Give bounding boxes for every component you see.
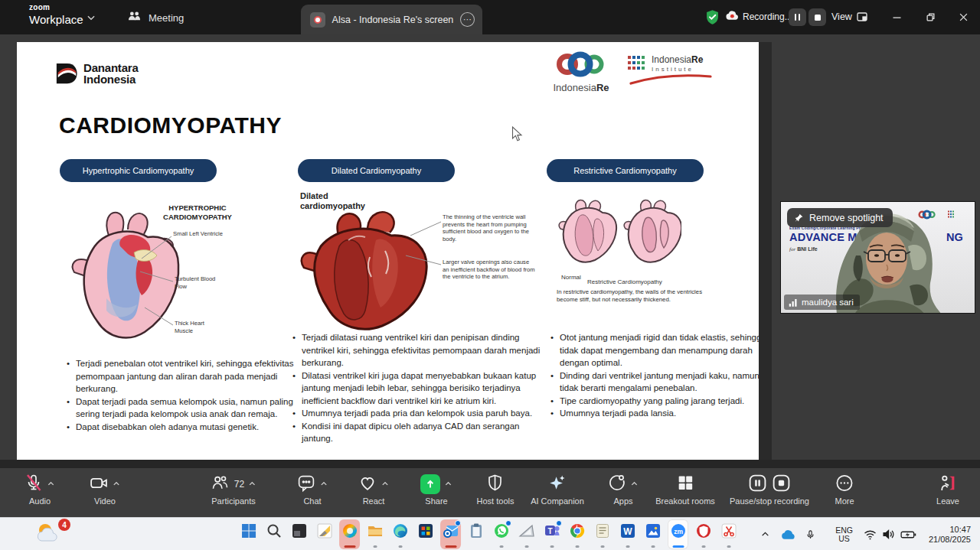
window-close-button[interactable] — [952, 6, 975, 28]
tray-microphone-icon[interactable] — [805, 529, 815, 541]
speaker-icon[interactable] — [882, 529, 895, 540]
institute-swoosh-icon — [628, 74, 714, 85]
taskbar-icon-zoom[interactable]: zm — [668, 519, 688, 549]
pause-recording-icon[interactable] — [748, 474, 767, 496]
taskbar-icon-microsoft-365[interactable] — [415, 519, 436, 549]
institute-text: Indonesia — [652, 54, 691, 65]
taskbar-weather-widget[interactable]: 4 — [35, 521, 69, 548]
stop-recording-icon[interactable] — [772, 474, 791, 496]
svg-text:zm: zm — [674, 528, 683, 535]
institute-subtext: Institute — [652, 66, 703, 73]
pause-stop-recording-button[interactable]: Pause/stop recording — [730, 474, 809, 506]
taskbar-icon-search[interactable] — [263, 519, 284, 549]
workspace-chevron-down-icon[interactable] — [86, 12, 96, 23]
view-button-label[interactable]: View — [831, 11, 852, 22]
remote-cursor — [511, 126, 523, 142]
apps-chevron-icon[interactable] — [630, 477, 639, 486]
bullet-item: Tipe cardiomyopathy yang paling jarang t… — [549, 395, 768, 408]
label-turbulent-blood-flow: Turbulent Blood Flow — [175, 275, 224, 290]
taskbar-icon-word[interactable]: W — [617, 519, 638, 549]
ai-companion-button[interactable]: AI Companion — [531, 474, 584, 506]
security-shield-icon[interactable] — [704, 9, 720, 25]
taskbar-icon-notes[interactable] — [592, 519, 612, 549]
pin-icon — [794, 213, 804, 223]
tab-options-ellipsis-icon[interactable]: ⋯ — [460, 12, 475, 27]
audio-label: Audio — [29, 496, 51, 506]
view-layout-icon[interactable] — [856, 11, 868, 23]
institute-text-bold: Re — [691, 54, 703, 65]
taskbar-clock[interactable]: 10:47 21/08/2025 — [929, 525, 971, 545]
zoom-meeting-window: zoom Workplace Meeting Alsa - Indonesia … — [0, 0, 980, 550]
taskbar-icon-teams[interactable]: T — [541, 519, 562, 549]
host-tools-button[interactable]: Host tools — [477, 474, 514, 506]
more-button[interactable]: More — [835, 474, 854, 506]
taskbar-icon-copilot[interactable] — [339, 519, 360, 549]
leave-button[interactable]: Leave — [936, 474, 959, 506]
react-label: React — [363, 496, 385, 506]
onedrive-icon[interactable] — [781, 529, 796, 540]
window-restore-button[interactable] — [919, 6, 942, 28]
participants-button[interactable]: 72 Participants — [211, 474, 256, 506]
breakout-rooms-button[interactable]: Breakout rooms — [655, 474, 715, 506]
restrictive-caption: In restrictive cardiomyopathy, the walls… — [557, 288, 704, 304]
apps-button[interactable]: Apps — [608, 474, 639, 506]
bullet-item: Terjadi penebalan otot ventrikel kiri, s… — [65, 357, 296, 395]
apps-label: Apps — [613, 496, 632, 506]
react-button[interactable]: React — [358, 474, 390, 506]
institute-dots-icon — [628, 55, 646, 73]
taskbar-icon-snip-sketch[interactable] — [718, 519, 739, 549]
chat-chevron-icon[interactable] — [320, 477, 328, 486]
react-chevron-icon[interactable] — [381, 477, 390, 486]
pause-recording-button[interactable] — [789, 8, 806, 26]
taskbar-icon-snipping-tool[interactable] — [516, 519, 537, 549]
stop-recording-button[interactable] — [808, 8, 826, 26]
participant-video-tile[interactable]: Exam Coding/Corporate Learning Program A… — [780, 201, 975, 314]
language-indicator[interactable]: ENG US — [835, 526, 853, 543]
wifi-icon[interactable] — [864, 529, 877, 540]
taskbar-icon-outlook[interactable] — [440, 519, 461, 549]
battery-icon[interactable] — [900, 529, 916, 540]
shared-screen-stage: Danantara Indonesia IndonesiaRe — [0, 34, 980, 468]
restrictive-bullets: Otot jantung menjadi rigid dan tidak ela… — [549, 331, 768, 420]
audio-options-chevron-icon[interactable] — [47, 477, 55, 486]
taskbar-icon-dark-app[interactable] — [289, 519, 309, 549]
clock-date: 21/08/2025 — [929, 535, 971, 545]
outlook-notification-dot — [455, 520, 461, 526]
taskbar-icon-chrome[interactable] — [567, 519, 587, 549]
tab-shared-screen[interactable]: Alsa - Indonesia Re's screen ⋯ — [301, 5, 482, 34]
taskbar-icon-clipboard[interactable] — [466, 519, 486, 549]
taskbar-icon-photos[interactable] — [642, 519, 663, 549]
titlebar: zoom Workplace Meeting Alsa - Indonesia … — [0, 0, 980, 34]
audio-button[interactable]: Audio — [24, 474, 55, 506]
chat-label: Chat — [303, 496, 321, 506]
participants-chevron-icon[interactable] — [248, 477, 256, 486]
taskbar-icon-whatsapp[interactable] — [491, 519, 511, 549]
label-normal: Normal — [561, 274, 581, 281]
apps-icon — [608, 474, 626, 495]
host-tools-label: Host tools — [477, 496, 514, 506]
share-screen-icon — [420, 474, 440, 494]
bullet-item: Otot jantung menjadi rigid dan tidak ela… — [549, 331, 768, 369]
remove-spotlight-button[interactable]: Remove spotlight — [787, 208, 893, 227]
tray-chevron-up-icon[interactable] — [760, 529, 770, 539]
taskbar-icon-file-explorer[interactable] — [364, 519, 385, 549]
indonesiare-logo: IndonesiaRe — [547, 50, 615, 93]
svg-text:T: T — [547, 527, 552, 535]
chat-button[interactable]: Chat — [297, 474, 328, 506]
video-options-chevron-icon[interactable] — [113, 477, 121, 486]
taskbar-icon-paint[interactable] — [314, 519, 335, 549]
tab-meeting[interactable]: Meeting — [121, 6, 190, 29]
shield-host-icon — [486, 474, 505, 495]
window-minimize-button[interactable] — [885, 6, 908, 28]
taskbar-icon-windows-start[interactable] — [238, 519, 259, 549]
notification-badge: 4 — [58, 519, 70, 531]
taskbar-icon-edge[interactable] — [390, 519, 410, 549]
taskbar-icon-security-app[interactable] — [693, 519, 714, 549]
breakout-grid-icon — [676, 474, 694, 495]
mic-muted-icon — [24, 474, 43, 495]
share-chevron-icon[interactable] — [444, 477, 452, 486]
share-button[interactable]: Share — [420, 474, 452, 506]
video-button[interactable]: Video — [90, 474, 121, 506]
hypertrophic-bullets: Terjadi penebalan otot ventrikel kiri, s… — [65, 357, 296, 433]
dilated-bullets: Terjadi dilatasi ruang ventrikel kiri da… — [291, 331, 545, 445]
